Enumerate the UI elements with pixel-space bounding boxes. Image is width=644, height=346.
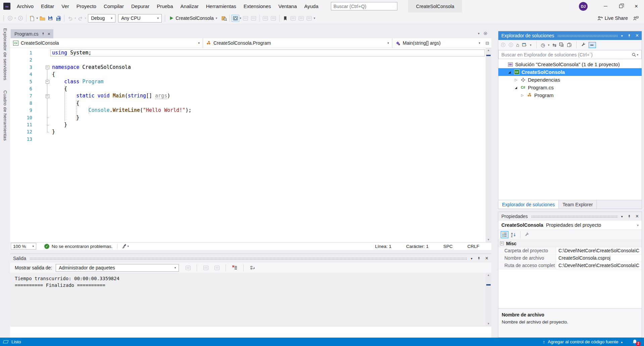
save-button[interactable] [47,14,54,23]
parameter-info-button[interactable] [242,14,249,23]
pin-icon[interactable] [477,256,481,261]
property-category-misc[interactable]: − Misc [498,240,642,247]
fold-margin[interactable]: − [44,78,50,85]
member-list-toggle[interactable] [232,15,239,22]
tree-item-createsolconsola[interactable]: ◢C#CreateSolConsola [498,68,642,76]
start-debugging-button[interactable]: CreateSolConsola ▾ [169,15,217,21]
output-source-select[interactable]: Administrador de paquetes ▾ [56,264,179,272]
sync-with-active-document-icon[interactable]: ⇆ [552,42,556,48]
fold-margin[interactable]: − [44,92,50,99]
solution-configurations-select[interactable]: Debug▾ [88,14,115,23]
menu-herramientas[interactable]: Herramientas [202,0,240,12]
close-icon[interactable]: × [636,33,639,38]
pin-icon[interactable] [627,214,631,219]
performance-profiler-button[interactable] [220,14,228,23]
panel-menu-caret-icon[interactable]: ▾ [621,215,623,218]
preview-selected-items-toggle[interactable] [589,42,596,48]
back-dropdown-icon[interactable]: ▾ [14,16,16,20]
tree-item-dependencias[interactable]: ▷Dependencias [498,76,642,84]
document-health-indicator[interactable]: ✓ No se encontraron problemas. [44,244,113,249]
tab-team-explorer[interactable]: Team Explorer [559,200,597,209]
code-editor[interactable]: 1using System;23−namespace CreateSolCons… [10,48,491,242]
tree-collapsed-arrow-icon[interactable]: ▷ [520,93,525,97]
code-line[interactable]: 1using System; [10,49,491,56]
feedback-button[interactable] [633,15,639,21]
window-list-caret-icon[interactable]: ▾ [478,32,480,35]
output-panel-header[interactable]: Salida ▾ × [10,254,491,263]
open-file-button[interactable] [39,14,46,23]
menu-ayuda[interactable]: Ayuda [301,0,322,12]
panel-splitter[interactable] [491,24,498,338]
fold-collapse-icon[interactable]: − [46,94,49,98]
menu-extensiones[interactable]: Extensiones [240,0,275,12]
output-console[interactable]: Tiempo transcurrido: 00:00:00.3359824===… [10,273,491,326]
project-dropdown[interactable]: C# CreateSolConsola ▾ [10,38,203,48]
toolbar-grip[interactable] [3,15,5,21]
clear-bookmarks-button[interactable] [306,14,313,23]
solution-platforms-select[interactable]: Any CPU▾ [118,14,162,23]
menu-ver[interactable]: Ver [58,0,73,12]
editor-vertical-scrollbar[interactable]: ▲ ▼ [486,48,491,242]
filter-caret-icon[interactable]: ▾ [548,43,550,47]
tree-item-program-cs[interactable]: ◢C#Program.cs [498,84,642,91]
next-message-button[interactable] [213,263,220,272]
alphabetical-sort-icon[interactable]: AZ [511,232,516,237]
undo-button[interactable] [66,14,74,23]
property-value[interactable]: C:\Devel\NetCore\CreateSolConsola\C [556,262,642,269]
increase-indent-button[interactable] [270,14,277,23]
menu-compilar[interactable]: Compilar [100,0,128,12]
code-line[interactable]: 10 } [10,114,491,121]
undo-dropdown-icon[interactable]: ▾ [75,16,76,20]
code-line[interactable]: 6 { [10,85,491,92]
new-file-dropdown-icon[interactable]: ▾ [37,16,38,20]
type-dropdown[interactable]: CreateSolConsola.Program ▾ [203,38,392,48]
menu-editar[interactable]: Editar [37,0,58,12]
tab-program-cs[interactable]: Program.cs × [11,29,53,38]
switch-views-caret-icon[interactable]: ▾ [530,43,532,47]
code-line[interactable]: 7− static void Main(string[] args) [10,92,491,99]
property-value[interactable]: C:\Devel\NetCore\CreateSolConsola\C [556,247,642,254]
code-cleanup-broom-icon[interactable] [122,244,127,249]
show-all-files-icon[interactable] [567,42,572,47]
solution-explorer-search-input[interactable] [501,52,632,57]
code-line[interactable]: 5− class Program [10,78,491,85]
menu-ventana[interactable]: Ventana [275,0,300,12]
search-options-caret-icon[interactable]: ▾ [637,53,638,56]
clear-output-button[interactable] [231,263,238,272]
zoom-select[interactable]: 100 % ▾ [11,243,36,250]
solution-explorer-search-box[interactable]: ▾ [498,50,642,59]
selected-object-dropdown[interactable]: CreateSolConsola Propiedades del proyect… [498,221,642,230]
restore-button[interactable] [613,0,629,12]
side-tab-cuadro-de-herramientas[interactable]: Cuadro de herramientas [3,90,8,141]
back-icon[interactable] [501,42,506,47]
toggle-word-wrap-button[interactable]: ab [249,263,256,272]
tree-item-program[interactable]: ▷Program [498,91,642,99]
scroll-down-icon[interactable]: ▼ [488,322,489,325]
panel-menu-caret-icon[interactable]: ▾ [471,257,473,260]
close-icon[interactable]: × [636,214,639,219]
property-pages-wrench-icon[interactable] [525,232,530,237]
close-icon[interactable]: × [485,256,488,261]
tab-solution-explorer[interactable]: Explorador de soluciones [498,200,559,209]
collapse-all-icon[interactable] [559,42,564,47]
switch-views-icon[interactable] [522,42,527,47]
menu-analizar[interactable]: Analizar [177,0,202,12]
save-all-button[interactable] [55,14,62,23]
minimize-button[interactable] [598,0,613,12]
redo-button[interactable] [77,14,84,23]
quick-search-box[interactable] [331,2,397,10]
code-line[interactable]: 12} [10,128,491,135]
previous-bookmark-button[interactable] [290,14,297,23]
pending-changes-filter-icon[interactable]: ◷ [541,42,545,48]
pin-icon[interactable] [41,32,45,36]
member-list-dropdown-icon[interactable]: ▾ [240,16,241,20]
code-cleanup-dropdown-icon[interactable]: ▾ [128,245,129,248]
pin-icon[interactable] [627,34,631,38]
previous-message-button[interactable] [202,263,209,272]
live-share-button[interactable]: Live Share [597,15,628,21]
new-file-button[interactable] [29,14,36,23]
code-line[interactable]: 11 } [10,121,491,128]
add-to-source-control-button[interactable]: ↑ Agregar al control de código fuente ▴ [543,339,623,345]
menu-archivo[interactable]: Archivo [13,0,37,12]
collapse-section-icon[interactable]: − [500,242,504,245]
